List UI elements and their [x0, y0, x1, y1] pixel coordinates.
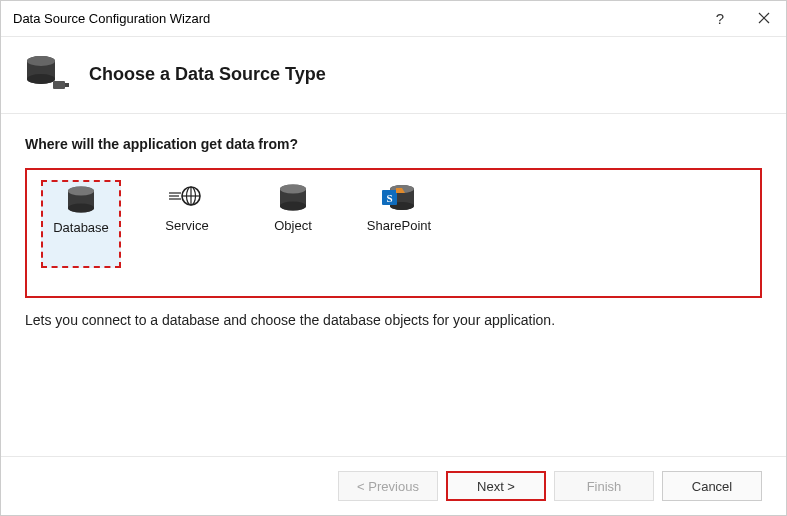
option-label: Database	[53, 220, 109, 235]
prompt-text: Where will the application get data from…	[25, 136, 762, 152]
svg-point-4	[27, 56, 55, 66]
sharepoint-icon: S	[381, 184, 417, 212]
database-icon	[63, 186, 99, 214]
window-title: Data Source Configuration Wizard	[13, 11, 698, 26]
page-title: Choose a Data Source Type	[89, 64, 326, 85]
previous-button: < Previous	[338, 471, 438, 501]
finish-button: Finish	[554, 471, 654, 501]
close-button[interactable]	[742, 1, 786, 37]
option-service[interactable]: Service	[147, 180, 227, 268]
service-icon	[169, 184, 205, 212]
svg-rect-6	[65, 83, 69, 87]
wizard-header: Choose a Data Source Type	[1, 37, 786, 113]
svg-point-18	[280, 202, 306, 211]
option-label: SharePoint	[367, 218, 431, 233]
help-icon: ?	[716, 10, 724, 27]
object-icon	[275, 184, 311, 212]
svg-point-19	[280, 185, 306, 194]
svg-point-3	[27, 74, 55, 84]
cancel-button[interactable]: Cancel	[662, 471, 762, 501]
titlebar: Data Source Configuration Wizard ?	[1, 1, 786, 37]
svg-text:S: S	[386, 192, 392, 204]
datasource-options: Database Service	[25, 168, 762, 298]
datasource-wizard-icon	[25, 55, 69, 93]
option-description: Lets you connect to a database and choos…	[25, 312, 762, 328]
wizard-footer: < Previous Next > Finish Cancel	[1, 456, 786, 515]
next-button[interactable]: Next >	[446, 471, 546, 501]
help-button[interactable]: ?	[698, 1, 742, 37]
option-database[interactable]: Database	[41, 180, 121, 268]
option-label: Service	[165, 218, 208, 233]
svg-point-8	[68, 204, 94, 213]
option-sharepoint[interactable]: S SharePoint	[359, 180, 439, 268]
option-object[interactable]: Object	[253, 180, 333, 268]
close-icon	[758, 10, 770, 27]
svg-point-9	[68, 187, 94, 196]
option-label: Object	[274, 218, 312, 233]
wizard-content: Where will the application get data from…	[1, 113, 786, 456]
svg-rect-5	[53, 81, 65, 89]
